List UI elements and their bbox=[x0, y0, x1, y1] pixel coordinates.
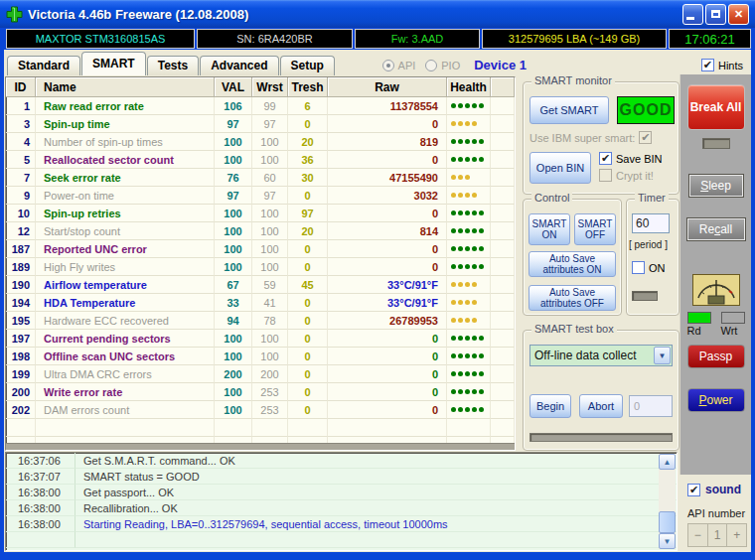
minimize-button[interactable] bbox=[682, 4, 703, 25]
health-dots bbox=[447, 151, 491, 169]
tab-advanced[interactable]: Advanced bbox=[200, 56, 278, 75]
power-button[interactable]: Power bbox=[687, 388, 745, 412]
sleep-button[interactable]: Sleep bbox=[689, 175, 743, 197]
table-row[interactable]: 189High Fly writes10010000 bbox=[6, 258, 515, 276]
scroll-down-icon[interactable]: ▼ bbox=[659, 533, 676, 549]
health-dots bbox=[447, 97, 491, 115]
save-bin-checkbox[interactable]: ✔ bbox=[599, 152, 612, 165]
health-dots bbox=[447, 240, 491, 258]
log-scrollbar[interactable]: ▲ ▼ bbox=[659, 454, 676, 549]
log-message: Get passport... OK bbox=[76, 485, 677, 500]
header-val[interactable]: VAL bbox=[215, 77, 252, 97]
table-row[interactable]: 10Spin-up retries100100970 bbox=[6, 205, 515, 222]
header-extra bbox=[491, 77, 515, 97]
timer-on-label: ON bbox=[649, 262, 666, 274]
get-smart-button[interactable]: Get SMART bbox=[529, 96, 609, 124]
abort-button[interactable]: Abort bbox=[579, 394, 623, 418]
close-button[interactable]: ✕ bbox=[728, 4, 749, 25]
log-message: Starting Reading, LBA=0..312579694, sequ… bbox=[76, 516, 677, 532]
table-row[interactable]: 200Write error rate10025300 bbox=[6, 383, 515, 401]
timer-period-label: [ period ] bbox=[629, 239, 668, 250]
recall-button[interactable]: Recall bbox=[687, 218, 745, 240]
sound-checkbox[interactable]: ✔ bbox=[687, 484, 700, 496]
bottom-right-panel: ✔ sound API number − 1 + bbox=[681, 475, 751, 552]
table-row[interactable]: 197Current pending sectors10010000 bbox=[6, 330, 515, 348]
api-radio[interactable] bbox=[382, 60, 394, 71]
drive-firmware: Fw: 3.AAD bbox=[355, 29, 480, 49]
table-row[interactable]: 12Start/stop count10010020814 bbox=[6, 222, 515, 240]
hints-group: ✔ Hints bbox=[701, 59, 743, 71]
hints-checkbox[interactable]: ✔ bbox=[701, 59, 714, 71]
api-number-stepper: − 1 + bbox=[687, 523, 747, 547]
drive-info-bar: MAXTOR STM3160815AS SN: 6RA420BR Fw: 3.A… bbox=[0, 28, 755, 50]
timer-period-input[interactable]: 60 bbox=[632, 213, 670, 233]
window-title: Victoria 4.46b Freeware (12.08.2008) bbox=[28, 7, 680, 22]
table-row[interactable]: 187Reported UNC error10010000 bbox=[6, 240, 515, 258]
header-health[interactable]: Health bbox=[447, 77, 491, 97]
timer-on-checkbox[interactable] bbox=[632, 261, 645, 274]
table-row[interactable]: 194HDA Temperature3341033°C/91°F bbox=[6, 294, 515, 312]
health-dots bbox=[447, 115, 491, 133]
ibm-super-smart-checkbox[interactable]: ✔ bbox=[639, 131, 652, 144]
header-wrst[interactable]: Wrst bbox=[252, 77, 288, 97]
test-select[interactable]: Off-line data collect ▼ bbox=[529, 345, 673, 366]
timer-group: Timer 60 [ period ] ON bbox=[626, 199, 680, 316]
tab-standard[interactable]: Standard bbox=[7, 56, 80, 75]
table-row[interactable]: 7Seek error rate76603047155490 bbox=[6, 169, 515, 187]
drive-serial: SN: 6RA420BR bbox=[197, 29, 353, 49]
tab-tests[interactable]: Tests bbox=[147, 56, 199, 75]
table-row[interactable]: 195Hardware ECC recovered9478026789953 bbox=[6, 312, 515, 330]
table-row[interactable]: 202DAM errors count10025300 bbox=[6, 401, 515, 419]
health-dots bbox=[447, 348, 491, 365]
test-counter-input[interactable]: 0 bbox=[629, 395, 673, 417]
open-bin-button[interactable]: Open BIN bbox=[529, 152, 591, 184]
header-raw[interactable]: Raw bbox=[328, 77, 447, 97]
drive-capacity: 312579695 LBA (~149 GB) bbox=[482, 29, 667, 49]
title-bar: Victoria 4.46b Freeware (12.08.2008) ✕ bbox=[0, 0, 755, 28]
health-dots bbox=[447, 187, 491, 205]
tab-setup[interactable]: Setup bbox=[280, 56, 335, 75]
api-radio-label: API bbox=[398, 60, 416, 71]
table-row[interactable]: 5Reallocated sector count100100360 bbox=[6, 151, 515, 169]
header-name[interactable]: Name bbox=[36, 77, 215, 97]
table-row[interactable]: 9Power-on time979703032 bbox=[6, 187, 515, 205]
table-row[interactable]: 4Number of spin-up times10010020819 bbox=[6, 133, 515, 151]
stepper-minus-button[interactable]: − bbox=[688, 524, 708, 546]
test-select-value: Off-line data collect bbox=[530, 349, 654, 362]
health-dots bbox=[447, 276, 491, 294]
maximize-button[interactable] bbox=[705, 4, 726, 25]
ibm-super-smart-label: Use IBM super smart: bbox=[529, 132, 635, 144]
tab-bar: StandardSMARTTestsAdvancedSetup API PIO … bbox=[4, 50, 751, 75]
write-indicator-label: Wrt bbox=[721, 325, 738, 337]
header-tresh[interactable]: Tresh bbox=[288, 77, 328, 97]
crypt-it-checkbox[interactable] bbox=[599, 169, 612, 182]
table-row-empty bbox=[6, 419, 515, 437]
stepper-plus-button[interactable]: + bbox=[727, 524, 746, 546]
auto-save-on-button[interactable]: Auto Save attributes ON bbox=[528, 251, 616, 277]
table-row[interactable]: 3Spin-up time979700 bbox=[6, 115, 515, 133]
busy-indicator bbox=[702, 138, 730, 149]
pio-radio[interactable] bbox=[425, 60, 437, 71]
begin-button[interactable]: Begin bbox=[529, 394, 571, 418]
log-time: 16:37:06 bbox=[6, 453, 76, 469]
analog-meter-icon bbox=[692, 274, 740, 306]
table-row[interactable]: 198Offline scan UNC sectors10010000 bbox=[6, 348, 515, 365]
passport-button[interactable]: Passp bbox=[687, 345, 745, 368]
health-dots bbox=[447, 312, 491, 330]
break-all-button[interactable]: Break All bbox=[687, 84, 745, 130]
scrollbar-thumb[interactable] bbox=[659, 511, 676, 533]
table-row[interactable]: 199Ultra DMA CRC errors20020000 bbox=[6, 365, 515, 383]
table-row[interactable]: 1Raw read error rate10699611378554 bbox=[6, 97, 515, 115]
chevron-down-icon[interactable]: ▼ bbox=[654, 347, 671, 364]
table-row[interactable]: 190Airflow temperature67594533°C/91°F bbox=[6, 276, 515, 294]
smart-on-button[interactable]: SMART ON bbox=[528, 213, 570, 245]
log-body: 16:37:06Get S.M.A.R.T. command... OK16:3… bbox=[6, 453, 677, 548]
smart-off-button[interactable]: SMART OFF bbox=[574, 213, 616, 245]
side-button-column: Break All Sleep Recall Rd bbox=[680, 74, 751, 475]
header-id[interactable]: ID bbox=[6, 77, 36, 97]
tab-smart[interactable]: SMART bbox=[81, 52, 146, 75]
log-entry: 16:38:00Get passport... OK bbox=[6, 485, 677, 500]
log-panel: 16:37:06Get S.M.A.R.T. command... OK16:3… bbox=[5, 452, 678, 551]
scroll-up-icon[interactable]: ▲ bbox=[659, 454, 676, 470]
auto-save-off-button[interactable]: Auto Save attributes OFF bbox=[528, 285, 616, 311]
